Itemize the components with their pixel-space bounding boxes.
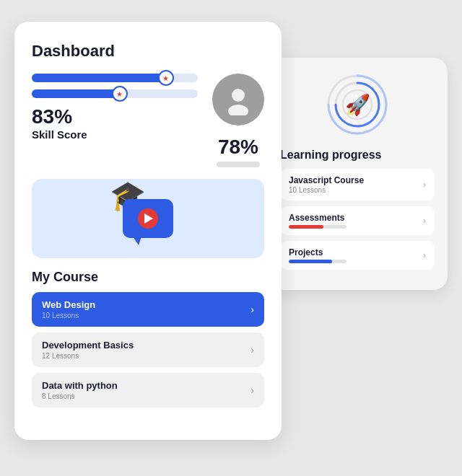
course-item-info-1: Development Basics 12 Lessons	[42, 340, 134, 360]
chevron-sm-icon-1: ›	[423, 216, 426, 226]
rocket-circle-wrap: 🚀	[280, 72, 435, 137]
my-course-title: My Course	[32, 270, 264, 285]
learning-item-bar-1	[289, 225, 346, 229]
progress-bar-2-wrap: ★	[32, 89, 198, 98]
progress-section: ★ ★ 83% Skill Score	[32, 74, 198, 167]
course-item-info-0: Web Design 10 Lessons	[42, 299, 95, 319]
progress-fill-1: ★	[32, 74, 170, 82]
chevron-right-icon-2: ›	[250, 384, 254, 396]
banner-icons: 🎓	[123, 199, 173, 238]
avatar-bar	[217, 162, 260, 167]
skill-score-label: Skill Score	[32, 128, 198, 141]
course-item-1[interactable]: Development Basics 12 Lessons ›	[32, 332, 264, 367]
svg-point-1	[228, 105, 248, 115]
course-item-lessons-0: 10 Lessons	[42, 312, 95, 319]
chevron-right-icon-1: ›	[250, 344, 254, 356]
avatar-circle	[212, 74, 264, 125]
learning-item-1[interactable]: Assessments ›	[280, 206, 435, 235]
play-triangle-icon	[144, 213, 153, 224]
course-item-lessons-2: 8 Lessons	[42, 392, 118, 400]
chevron-right-icon-0: ›	[250, 304, 254, 315]
avatar-icon	[222, 84, 254, 115]
course-item-2[interactable]: Data with python 8 Lessons ›	[32, 373, 264, 407]
avatar-section: 78%	[212, 74, 264, 167]
learning-item-2[interactable]: Projects ›	[280, 241, 435, 270]
course-item-info-2: Data with python 8 Lessons	[42, 380, 118, 400]
right-card: 🚀 Learning progress Javascript Course 10…	[267, 58, 448, 290]
dashboard-title: Dashboard	[32, 42, 264, 61]
learning-item-sub-0: 10 Lessons	[289, 186, 364, 194]
chevron-sm-icon-0: ›	[423, 180, 426, 190]
progress-bar-1-wrap: ★	[32, 74, 198, 82]
percent-large-1: 83%	[32, 105, 198, 128]
speech-bubble-wrap: 🎓	[123, 199, 173, 238]
stats-row: ★ ★ 83% Skill Score	[32, 74, 264, 167]
learning-item-info-1: Assessments	[289, 213, 346, 229]
progress-badge-1: ★	[158, 70, 174, 86]
course-item-0[interactable]: Web Design 10 Lessons ›	[32, 292, 264, 327]
learning-item-name-0: Javascript Course	[289, 175, 364, 185]
course-item-name-1: Development Basics	[42, 340, 134, 351]
svg-point-0	[232, 89, 245, 102]
learning-item-info-0: Javascript Course 10 Lessons	[289, 175, 364, 194]
learning-title: Learning progress	[280, 149, 435, 162]
rocket-circle: 🚀	[325, 72, 390, 137]
learning-item-info-2: Projects	[289, 247, 346, 263]
speech-bubble	[123, 199, 173, 238]
progress-track-1: ★	[32, 74, 198, 82]
learning-bar-track-2	[289, 260, 346, 263]
progress-badge-2: ★	[112, 86, 128, 102]
scene: Dashboard ★	[14, 14, 448, 462]
progress-track-2: ★	[32, 89, 198, 98]
learning-item-name-2: Projects	[289, 247, 346, 257]
chevron-sm-icon-2: ›	[423, 250, 426, 260]
course-item-lessons-1: 12 Lessons	[42, 352, 134, 360]
learning-bar-track-1	[289, 225, 346, 229]
avatar-percent: 78%	[218, 136, 258, 159]
course-banner: 🎓	[32, 179, 264, 258]
learning-bar-fill-2	[289, 260, 332, 263]
play-button[interactable]	[138, 208, 158, 229]
course-item-name-2: Data with python	[42, 380, 118, 391]
progress-fill-2: ★	[32, 89, 123, 98]
star-icon-2: ★	[116, 90, 123, 98]
learning-item-name-1: Assessments	[289, 213, 346, 223]
learning-item-bar-2	[289, 260, 346, 263]
learning-bar-fill-1	[289, 225, 323, 229]
main-card: Dashboard ★	[14, 22, 282, 440]
course-item-name-0: Web Design	[42, 299, 95, 310]
star-icon-1: ★	[162, 74, 169, 82]
learning-item-0[interactable]: Javascript Course 10 Lessons ›	[280, 169, 435, 200]
rocket-icon: 🚀	[345, 93, 370, 117]
